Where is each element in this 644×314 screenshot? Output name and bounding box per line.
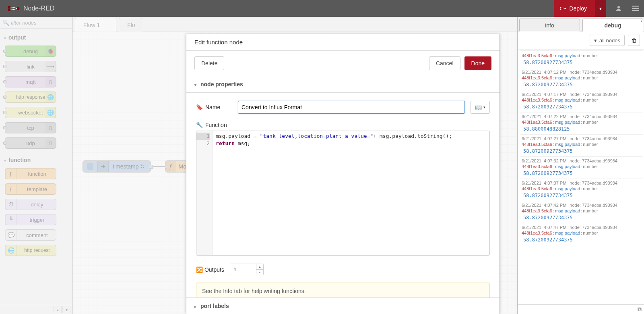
debug-msg-type: number [583, 231, 598, 235]
debug-message[interactable]: 6/21/2021, 4:07:37 PMnode: 7734acba.d939… [520, 179, 643, 201]
debug-msg-value: 58.87200927734375 [522, 60, 642, 65]
user-icon[interactable] [610, 0, 627, 17]
debug-msg-value: 58.87200927734375 [522, 215, 642, 220]
debug-timestamp: 6/21/2021, 4:07:22 PM [522, 114, 566, 119]
node-port [3, 50, 6, 53]
input-port[interactable] [165, 165, 167, 169]
debug-message[interactable]: 6/21/2021, 4:07:17 PMnode: 7734acba.d939… [520, 90, 643, 112]
dialog-button-row: Delete Cancel Done [186, 51, 500, 76]
clear-debug-button[interactable]: 🗑 [628, 35, 640, 46]
debug-message[interactable]: 6/21/2021, 4:07:22 PMnode: 7734acba.d939… [520, 112, 643, 134]
debug-message[interactable]: 448f1ea3.5cfa6:msg.payload:number58.8720… [520, 50, 643, 68]
debug-msg-id: 448f1ea3.5cfa6 [522, 164, 552, 169]
palette-category-function[interactable]: function [4, 153, 72, 166]
sidebar-tab-info[interactable]: info [519, 19, 580, 31]
palette-node-template[interactable]: { template [5, 183, 56, 195]
svg-point-0 [8, 6, 10, 8]
chevron-down-icon: ▾ [483, 105, 485, 109]
wrench-icon: 🔧 [196, 122, 203, 128]
outputs-stepper[interactable]: ▲ ▼ [230, 264, 264, 275]
debug-msg-key: msg.payload [555, 98, 580, 102]
palette-node-debug[interactable]: debug 🐞 [5, 46, 56, 57]
function-editor[interactable]: 1 2 msg.payload = "tank_level,location=p… [196, 131, 490, 256]
debug-message[interactable]: 6/21/2021, 4:07:42 PMnode: 7734acba.d939… [520, 201, 643, 223]
workspace-tab-flow1[interactable]: Flow 1 [75, 18, 116, 31]
sidebar-tabs: info debug [518, 17, 644, 31]
palette-node-link[interactable]: link ⟶ [5, 61, 56, 72]
debug-msg-id: 448f1ea3.5cfa6 [522, 53, 552, 58]
sidebar-tab-debug[interactable]: debug [582, 19, 643, 31]
debug-msg-value: 58.87200927734375 [522, 193, 642, 198]
section-node-properties[interactable]: node properties [186, 76, 500, 93]
name-row: 🔖 Name 📖 ▾ [196, 101, 490, 114]
palette-node-tcp[interactable]: tcp ⎍ [5, 122, 56, 133]
editor-content[interactable]: msg.payload = "tank_level,location=plant… [213, 131, 489, 255]
svg-point-6 [617, 6, 620, 8]
debug-msg-key: msg.payload [555, 142, 580, 147]
palette-node-http-request[interactable]: 🌐 http request [5, 245, 56, 256]
hint-box: See the Info tab for help writing functi… [196, 283, 490, 297]
deploy-dropdown[interactable]: ▼ [595, 0, 606, 17]
debug-msg-key: msg.payload [555, 75, 580, 80]
stepper-up[interactable]: ▲ [256, 264, 263, 270]
debug-node-source: node: 7734acba.d93934 [570, 92, 617, 97]
globe-icon: 🌐 [5, 245, 17, 256]
popout-icon[interactable]: ⧉ [638, 306, 642, 313]
chevron-right-icon [194, 303, 196, 309]
debug-message[interactable]: 6/21/2021, 4:07:12 PMnode: 7734acba.d939… [520, 68, 643, 90]
palette-node-http-response[interactable]: http response 🌐 [5, 91, 56, 103]
palette-node-delay[interactable]: ⏱ delay [5, 199, 56, 210]
globe-icon: 🌐 [45, 107, 56, 118]
stepper-down[interactable]: ▼ [256, 270, 263, 275]
function-icon: ƒ [5, 168, 17, 179]
delete-button[interactable]: Delete [194, 56, 224, 70]
dialog-body: 🔖 Name 📖 ▾ 🔧 Function 1 2 msg.payload = [186, 93, 500, 297]
bridge-icon: ⎍ [45, 123, 56, 133]
appearance-button[interactable]: 📖 ▾ [471, 101, 490, 114]
workspace-tab-flow2[interactable]: Flo [119, 18, 142, 31]
link-out-icon: ⟶ [45, 61, 56, 72]
palette-node-trigger[interactable]: ┖ trigger [5, 214, 56, 225]
debug-msg-key: msg.payload [555, 208, 580, 213]
debug-msg-type: number [583, 98, 598, 102]
cancel-button[interactable]: Cancel [429, 56, 460, 70]
flow-node-function[interactable]: ƒ Mo [165, 160, 189, 173]
timer-icon: ⏱ [5, 199, 17, 210]
expand-all-button[interactable]: ▾ [62, 306, 70, 313]
outputs-input[interactable] [230, 264, 256, 275]
debug-messages[interactable]: ▲ 448f1ea3.5cfa6:msg.payload:number58.87… [518, 50, 644, 304]
debug-message[interactable]: 6/21/2021, 4:07:32 PMnode: 7734acba.d939… [520, 156, 643, 179]
collapse-all-button[interactable]: ▴ [54, 306, 62, 313]
palette-node-udp[interactable]: udp ⎍ [5, 137, 56, 149]
globe-icon: 🌐 [45, 92, 56, 102]
comment-icon: 💬 [5, 230, 17, 240]
debug-message[interactable]: 6/21/2021, 4:07:47 PMnode: 7734acba.d939… [520, 223, 643, 245]
editor-gutter: 1 2 [196, 131, 213, 255]
palette-node-mqtt[interactable]: mqtt ⎍ [5, 76, 56, 87]
filter-all-nodes-button[interactable]: ▾ all nodes [590, 35, 625, 46]
deploy-button[interactable]: Deploy [554, 0, 595, 17]
app-title: Node-RED [23, 5, 54, 12]
section-port-labels[interactable]: port labels [186, 297, 500, 314]
template-icon: { [5, 184, 17, 194]
name-input[interactable] [238, 101, 465, 114]
debug-msg-key: msg.payload [555, 53, 580, 58]
palette-category-output[interactable]: output [4, 30, 72, 44]
chevron-down-icon: ▼ [599, 6, 603, 11]
flow-node-inject[interactable]: ➜ timestamp ↻ [83, 160, 151, 173]
svg-point-5 [565, 8, 566, 9]
palette-node-function[interactable]: ƒ function [5, 168, 56, 179]
book-icon: 📖 [475, 104, 482, 110]
debug-toolbar: ▾ all nodes 🗑 [518, 31, 644, 50]
palette-body[interactable]: output debug 🐞 link ⟶ mqtt ⎍ http respon… [0, 29, 72, 305]
palette-filter-input[interactable] [11, 20, 79, 26]
debug-message[interactable]: 6/21/2021, 4:07:27 PMnode: 7734acba.d939… [520, 134, 643, 156]
palette-node-websocket[interactable]: websocket 🌐 [5, 107, 56, 118]
palette-node-comment[interactable]: 💬 comment [5, 229, 56, 241]
debug-msg-type: number [583, 120, 598, 125]
done-button[interactable]: Done [464, 56, 491, 70]
debug-node-source: node: 7734acba.d93934 [570, 181, 617, 185]
menu-icon[interactable] [627, 0, 644, 17]
inject-button-icon[interactable] [87, 163, 93, 170]
output-port[interactable] [149, 165, 153, 169]
